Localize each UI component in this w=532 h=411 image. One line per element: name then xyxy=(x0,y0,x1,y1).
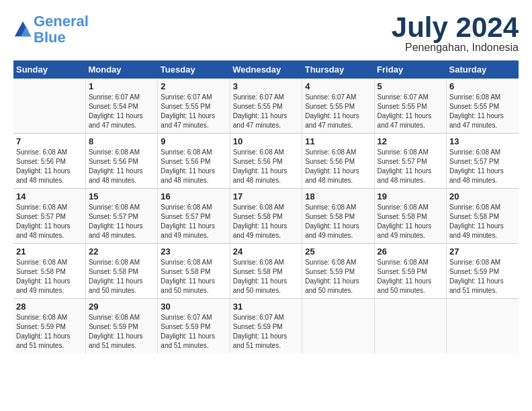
calendar-cell: 1Sunrise: 6:07 AM Sunset: 5:54 PM Daylig… xyxy=(85,79,157,134)
day-number: 28 xyxy=(16,302,83,312)
week-row-2: 7Sunrise: 6:08 AM Sunset: 5:56 PM Daylig… xyxy=(13,134,519,189)
day-number: 6 xyxy=(449,81,516,91)
day-info: Sunrise: 6:08 AM Sunset: 5:56 PM Dayligh… xyxy=(16,148,83,185)
day-number: 11 xyxy=(305,136,371,146)
day-number: 31 xyxy=(233,302,299,312)
calendar-cell: 16Sunrise: 6:08 AM Sunset: 5:57 PM Dayli… xyxy=(158,189,230,244)
day-info: Sunrise: 6:08 AM Sunset: 5:57 PM Dayligh… xyxy=(449,148,516,185)
day-header-friday: Friday xyxy=(374,60,446,79)
day-number: 30 xyxy=(161,302,226,312)
day-number: 9 xyxy=(161,136,226,146)
calendar-cell: 26Sunrise: 6:08 AM Sunset: 5:59 PM Dayli… xyxy=(374,244,446,299)
calendar-cell: 3Sunrise: 6:07 AM Sunset: 5:55 PM Daylig… xyxy=(230,79,302,134)
day-number: 4 xyxy=(305,81,371,91)
calendar-cell: 9Sunrise: 6:08 AM Sunset: 5:56 PM Daylig… xyxy=(158,134,230,189)
calendar-cell: 22Sunrise: 6:08 AM Sunset: 5:58 PM Dayli… xyxy=(85,244,157,299)
calendar-cell: 29Sunrise: 6:08 AM Sunset: 5:59 PM Dayli… xyxy=(85,299,157,354)
calendar-cell: 6Sunrise: 6:08 AM Sunset: 5:55 PM Daylig… xyxy=(447,79,519,134)
calendar-cell: 5Sunrise: 6:07 AM Sunset: 5:55 PM Daylig… xyxy=(374,79,446,134)
day-number: 5 xyxy=(378,81,443,91)
calendar-cell: 15Sunrise: 6:08 AM Sunset: 5:57 PM Dayli… xyxy=(85,189,157,244)
day-info: Sunrise: 6:08 AM Sunset: 5:57 PM Dayligh… xyxy=(161,203,226,240)
day-info: Sunrise: 6:08 AM Sunset: 5:58 PM Dayligh… xyxy=(305,203,371,240)
calendar-cell xyxy=(374,299,446,354)
calendar-table: SundayMondayTuesdayWednesdayThursdayFrid… xyxy=(13,60,519,353)
calendar-cell: 17Sunrise: 6:08 AM Sunset: 5:58 PM Dayli… xyxy=(230,189,302,244)
day-info: Sunrise: 6:08 AM Sunset: 5:57 PM Dayligh… xyxy=(89,203,154,240)
day-number: 20 xyxy=(449,191,516,201)
calendar-cell: 19Sunrise: 6:08 AM Sunset: 5:58 PM Dayli… xyxy=(374,189,446,244)
days-header-row: SundayMondayTuesdayWednesdayThursdayFrid… xyxy=(13,60,519,79)
day-number: 1 xyxy=(89,81,154,91)
title-block: July 2024 Penengahan, Indonesia xyxy=(392,13,519,54)
day-info: Sunrise: 6:08 AM Sunset: 5:57 PM Dayligh… xyxy=(16,203,83,240)
day-info: Sunrise: 6:07 AM Sunset: 5:55 PM Dayligh… xyxy=(233,93,299,130)
calendar-cell: 4Sunrise: 6:07 AM Sunset: 5:55 PM Daylig… xyxy=(302,79,374,134)
day-info: Sunrise: 6:08 AM Sunset: 5:59 PM Dayligh… xyxy=(89,313,154,351)
day-number: 12 xyxy=(378,136,443,146)
day-info: Sunrise: 6:08 AM Sunset: 5:58 PM Dayligh… xyxy=(233,203,299,240)
day-info: Sunrise: 6:07 AM Sunset: 5:54 PM Dayligh… xyxy=(89,93,154,130)
day-number: 13 xyxy=(449,136,516,146)
month-title: July 2024 xyxy=(392,13,519,42)
day-number: 24 xyxy=(233,246,299,257)
day-info: Sunrise: 6:08 AM Sunset: 5:59 PM Dayligh… xyxy=(449,258,516,295)
day-info: Sunrise: 6:07 AM Sunset: 5:55 PM Dayligh… xyxy=(161,93,226,130)
day-info: Sunrise: 6:08 AM Sunset: 5:58 PM Dayligh… xyxy=(161,258,226,295)
calendar-cell: 8Sunrise: 6:08 AM Sunset: 5:56 PM Daylig… xyxy=(85,134,157,189)
calendar-cell: 24Sunrise: 6:08 AM Sunset: 5:58 PM Dayli… xyxy=(230,244,302,299)
calendar-cell: 27Sunrise: 6:08 AM Sunset: 5:59 PM Dayli… xyxy=(447,244,519,299)
calendar-cell xyxy=(302,299,374,354)
day-number: 18 xyxy=(305,191,371,201)
day-number: 25 xyxy=(305,246,371,257)
day-number: 14 xyxy=(16,191,83,201)
day-info: Sunrise: 6:08 AM Sunset: 5:58 PM Dayligh… xyxy=(378,203,443,240)
calendar-cell: 23Sunrise: 6:08 AM Sunset: 5:58 PM Dayli… xyxy=(158,244,230,299)
day-number: 2 xyxy=(161,81,226,91)
day-info: Sunrise: 6:08 AM Sunset: 5:56 PM Dayligh… xyxy=(305,148,371,185)
day-header-saturday: Saturday xyxy=(447,60,519,79)
day-info: Sunrise: 6:07 AM Sunset: 5:55 PM Dayligh… xyxy=(378,93,443,130)
day-number: 10 xyxy=(233,136,299,146)
calendar-cell: 10Sunrise: 6:08 AM Sunset: 5:56 PM Dayli… xyxy=(230,134,302,189)
day-info: Sunrise: 6:07 AM Sunset: 5:59 PM Dayligh… xyxy=(161,313,226,351)
day-info: Sunrise: 6:08 AM Sunset: 5:56 PM Dayligh… xyxy=(89,148,154,185)
calendar-cell: 12Sunrise: 6:08 AM Sunset: 5:57 PM Dayli… xyxy=(374,134,446,189)
calendar-cell: 31Sunrise: 6:07 AM Sunset: 5:59 PM Dayli… xyxy=(230,299,302,354)
day-header-tuesday: Tuesday xyxy=(158,60,230,79)
day-info: Sunrise: 6:07 AM Sunset: 5:59 PM Dayligh… xyxy=(233,313,299,351)
day-info: Sunrise: 6:07 AM Sunset: 5:55 PM Dayligh… xyxy=(305,93,371,130)
day-info: Sunrise: 6:08 AM Sunset: 5:56 PM Dayligh… xyxy=(233,148,299,185)
day-number: 19 xyxy=(378,191,443,201)
calendar-cell: 14Sunrise: 6:08 AM Sunset: 5:57 PM Dayli… xyxy=(13,189,85,244)
calendar-cell: 28Sunrise: 6:08 AM Sunset: 5:59 PM Dayli… xyxy=(13,299,85,354)
day-number: 27 xyxy=(449,246,516,257)
day-header-monday: Monday xyxy=(85,60,157,79)
calendar-cell: 7Sunrise: 6:08 AM Sunset: 5:56 PM Daylig… xyxy=(13,134,85,189)
day-info: Sunrise: 6:08 AM Sunset: 5:58 PM Dayligh… xyxy=(233,258,299,295)
calendar-cell: 21Sunrise: 6:08 AM Sunset: 5:58 PM Dayli… xyxy=(13,244,85,299)
day-info: Sunrise: 6:08 AM Sunset: 5:59 PM Dayligh… xyxy=(378,258,443,295)
day-info: Sunrise: 6:08 AM Sunset: 5:57 PM Dayligh… xyxy=(378,148,443,185)
day-number: 16 xyxy=(161,191,226,201)
week-row-1: 1Sunrise: 6:07 AM Sunset: 5:54 PM Daylig… xyxy=(13,79,519,134)
day-header-sunday: Sunday xyxy=(13,60,85,79)
calendar-cell: 30Sunrise: 6:07 AM Sunset: 5:59 PM Dayli… xyxy=(158,299,230,354)
day-number: 22 xyxy=(89,246,154,257)
day-number: 7 xyxy=(16,136,83,146)
day-number: 26 xyxy=(378,246,443,257)
calendar-cell: 20Sunrise: 6:08 AM Sunset: 5:58 PM Dayli… xyxy=(447,189,519,244)
day-info: Sunrise: 6:08 AM Sunset: 5:55 PM Dayligh… xyxy=(449,93,516,130)
calendar-cell: 18Sunrise: 6:08 AM Sunset: 5:58 PM Dayli… xyxy=(302,189,374,244)
calendar-cell: 13Sunrise: 6:08 AM Sunset: 5:57 PM Dayli… xyxy=(447,134,519,189)
day-number: 3 xyxy=(233,81,299,91)
day-info: Sunrise: 6:08 AM Sunset: 5:59 PM Dayligh… xyxy=(305,258,371,295)
day-header-thursday: Thursday xyxy=(302,60,374,79)
day-number: 15 xyxy=(89,191,154,201)
page-header: General Blue July 2024 Penengahan, Indon… xyxy=(13,13,519,54)
day-info: Sunrise: 6:08 AM Sunset: 5:58 PM Dayligh… xyxy=(449,203,516,240)
calendar-cell: 11Sunrise: 6:08 AM Sunset: 5:56 PM Dayli… xyxy=(302,134,374,189)
day-info: Sunrise: 6:08 AM Sunset: 5:59 PM Dayligh… xyxy=(16,313,83,351)
week-row-5: 28Sunrise: 6:08 AM Sunset: 5:59 PM Dayli… xyxy=(13,299,519,354)
day-info: Sunrise: 6:08 AM Sunset: 5:58 PM Dayligh… xyxy=(16,258,83,295)
